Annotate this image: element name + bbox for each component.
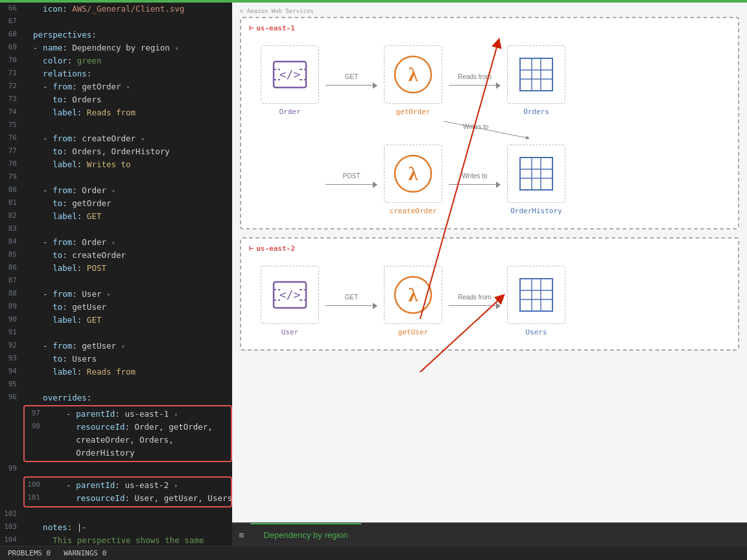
line-content: label: POST (23, 262, 227, 275)
svg-rect-30 (520, 279, 552, 311)
line-content: - name: Dependency by region ▾ (23, 41, 227, 54)
tab-bar: ≡ Dependency by region (232, 522, 747, 546)
line-content: label: Reads from (23, 106, 227, 119)
line-number: 91 (0, 327, 23, 340)
dynamo-icon-users (517, 276, 555, 314)
node-getuser-box: λ (384, 266, 442, 324)
fold-icon[interactable]: ▾ (123, 84, 130, 91)
line-number: 69 (0, 41, 23, 54)
code-line: 87 (0, 275, 232, 288)
line-content: - parentId: us-east-1 ▾ (47, 408, 223, 421)
conn-reads-1: Reads from (449, 73, 501, 89)
region-row-1: </> Order GET (249, 40, 730, 121)
line-number: 102 (0, 508, 23, 521)
line-number: 73 (0, 93, 23, 106)
code-line: 72 - from: getOrder ▾ (0, 80, 232, 93)
line-content: icon: AWS/_General/Client.svg (23, 3, 227, 16)
code-line: 103 notes: |- (0, 521, 232, 534)
svg-text:λ: λ (409, 284, 418, 305)
code-line: 91 (0, 327, 232, 340)
fold-icon[interactable]: ▾ (117, 343, 125, 350)
line-content: to: getOrder (23, 197, 227, 210)
conn-writes-1-label: Writes to (462, 172, 487, 180)
node-createorder-label: createOrder (390, 207, 437, 215)
line-content (23, 463, 227, 476)
code-line: 79 (0, 171, 232, 184)
fold-icon[interactable]: ▾ (170, 482, 178, 489)
conn-reads-user: Reads from (449, 294, 501, 309)
fold-icon[interactable]: ▾ (171, 45, 179, 52)
main-content: 66 icon: AWS/_General/Client.svg6768 per… (0, 3, 747, 546)
code-line: 71 relations: (0, 67, 232, 80)
apigw-icon: </> (270, 55, 309, 94)
line-number: 90 (0, 314, 23, 327)
warnings-status[interactable]: WARNINGS 0 (64, 549, 106, 557)
line-number: 70 (0, 54, 23, 67)
region-label-us-east-2: us-east-2 (249, 244, 730, 253)
code-line: 78 label: Writes to (0, 158, 232, 171)
line-content: OrderHistory (47, 447, 223, 460)
line-content (23, 327, 227, 340)
code-panel[interactable]: 66 icon: AWS/_General/Client.svg6768 per… (0, 3, 232, 546)
apigw-icon-user: </> (270, 275, 309, 314)
code-line: OrderHistory (27, 447, 228, 460)
diagram-content[interactable]: © Amazon Web Services us-east-1 </> (232, 3, 747, 364)
svg-text:</>: </> (279, 67, 301, 81)
conn-post-label: POST (342, 172, 360, 180)
code-line: 86 label: POST (0, 262, 232, 275)
fold-icon[interactable]: ▾ (170, 411, 178, 418)
code-line: 77 to: Orders, OrderHistory (0, 145, 232, 158)
line-number: 88 (0, 288, 23, 301)
fold-icon[interactable]: ▾ (102, 291, 110, 298)
tab-list-icon[interactable]: ≡ (232, 530, 250, 540)
line-number: 92 (0, 340, 23, 353)
line-content: label: GET (23, 210, 227, 223)
node-order-label: Order (279, 108, 300, 116)
line-content: to: Orders, OrderHistory (23, 145, 227, 158)
fold-icon[interactable]: ▾ (137, 135, 145, 143)
line-number (27, 434, 47, 447)
code-line: 75 (0, 119, 232, 132)
line-number: 80 (0, 184, 23, 197)
node-user: </> User (254, 266, 326, 336)
node-users: Users (501, 266, 572, 336)
line-number: 81 (0, 197, 23, 210)
line-content: resourceId: Order, getOrder, (47, 421, 223, 434)
node-getuser-label: getUser (398, 328, 428, 336)
tab-dependency-by-region[interactable]: Dependency by region (250, 523, 361, 546)
line-content: - from: User ▾ (23, 288, 227, 301)
svg-text:λ: λ (409, 163, 418, 184)
svg-text:λ: λ (409, 64, 418, 85)
line-content: label: GET (23, 314, 227, 327)
line-number: 82 (0, 210, 23, 223)
code-line: 90 label: GET (0, 314, 232, 327)
line-content: - from: Order ▾ (23, 236, 227, 249)
code-line: 76 - from: createOrder ▾ (0, 132, 232, 145)
node-getorder-box: λ (384, 45, 442, 104)
lambda-icon-getuser: λ (392, 274, 434, 316)
code-line: 97 - parentId: us-east-1 ▾ (27, 408, 228, 421)
problems-status[interactable]: PROBLEMS 0 (8, 549, 51, 557)
line-number: 76 (0, 132, 23, 145)
code-line: 70 color: green (0, 54, 232, 67)
conn-reads-1-arrow (449, 82, 501, 89)
line-number: 84 (0, 236, 23, 249)
line-content: - from: getOrder ▾ (23, 80, 227, 93)
line-content (23, 275, 227, 288)
node-users-label: Users (525, 328, 547, 336)
line-number: 77 (0, 145, 23, 158)
highlight-box-useast1: 97 - parentId: us-east-1 ▾98 resourceId:… (23, 405, 232, 462)
node-createorder-box: λ (384, 145, 442, 203)
code-line: 67 (0, 16, 232, 29)
region-label-us-east-1: us-east-1 (249, 23, 730, 32)
code-line: 99 (0, 463, 232, 476)
svg-text:</>: </> (279, 288, 301, 301)
fold-icon[interactable]: ▾ (108, 187, 115, 194)
code-line: 104 This perspective shows the same (0, 534, 232, 546)
fold-icon[interactable]: ▾ (108, 239, 115, 246)
line-content (23, 508, 227, 521)
svg-rect-17 (520, 158, 552, 190)
line-content: This perspective shows the same (23, 534, 227, 546)
code-line: 92 - from: getUser ▾ (0, 340, 232, 353)
conn-reads-1-label: Reads from (458, 73, 492, 80)
